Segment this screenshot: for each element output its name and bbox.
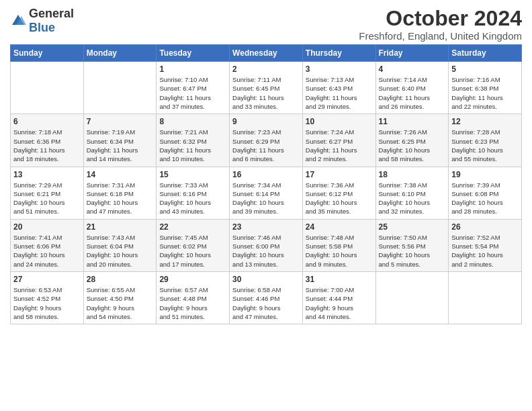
calendar-cell: 1Sunrise: 7:10 AM Sunset: 6:47 PM Daylig… [157, 62, 230, 114]
day-number: 15 [159, 170, 226, 179]
day-detail: Sunrise: 7:39 AM Sunset: 6:08 PM Dayligh… [451, 181, 519, 216]
calendar-cell: 20Sunrise: 7:41 AM Sunset: 6:06 PM Dayli… [11, 219, 84, 271]
calendar-cell: 23Sunrise: 7:46 AM Sunset: 6:00 PM Dayli… [230, 219, 303, 271]
logo-icon [10, 13, 26, 29]
calendar-week-row: 20Sunrise: 7:41 AM Sunset: 6:06 PM Dayli… [11, 219, 522, 271]
calendar-cell: 29Sunrise: 6:57 AM Sunset: 4:48 PM Dayli… [157, 271, 230, 324]
calendar-body: 1Sunrise: 7:10 AM Sunset: 6:47 PM Daylig… [11, 62, 522, 324]
day-detail: Sunrise: 6:58 AM Sunset: 4:46 PM Dayligh… [232, 285, 300, 321]
calendar-cell: 31Sunrise: 7:00 AM Sunset: 4:44 PM Dayli… [302, 271, 375, 324]
day-number: 16 [232, 170, 300, 179]
day-number: 11 [379, 117, 446, 126]
day-detail: Sunrise: 7:33 AM Sunset: 6:16 PM Dayligh… [159, 181, 226, 216]
calendar-cell: 14Sunrise: 7:31 AM Sunset: 6:18 PM Dayli… [83, 167, 157, 219]
day-number: 22 [159, 222, 226, 232]
day-detail: Sunrise: 7:38 AM Sunset: 6:10 PM Dayligh… [379, 181, 446, 216]
calendar-week-row: 27Sunrise: 6:53 AM Sunset: 4:52 PM Dayli… [11, 271, 522, 324]
header: General Blue October 2024 Freshford, Eng… [10, 7, 522, 42]
day-detail: Sunrise: 7:52 AM Sunset: 5:54 PM Dayligh… [451, 233, 519, 269]
day-number: 4 [379, 64, 446, 74]
day-detail: Sunrise: 7:29 AM Sunset: 6:21 PM Dayligh… [13, 181, 81, 216]
calendar-cell: 28Sunrise: 6:55 AM Sunset: 4:50 PM Dayli… [83, 271, 157, 324]
calendar-cell: 3Sunrise: 7:13 AM Sunset: 6:43 PM Daylig… [302, 62, 375, 114]
calendar-cell: 11Sunrise: 7:26 AM Sunset: 6:25 PM Dayli… [375, 114, 449, 167]
main-title: October 2024 [359, 7, 522, 30]
day-detail: Sunrise: 7:24 AM Sunset: 6:27 PM Dayligh… [306, 128, 373, 163]
title-block: October 2024 Freshford, England, United … [359, 7, 522, 42]
day-detail: Sunrise: 7:26 AM Sunset: 6:25 PM Dayligh… [379, 128, 446, 163]
calendar-week-row: 6Sunrise: 7:18 AM Sunset: 6:36 PM Daylig… [11, 114, 522, 167]
day-detail: Sunrise: 7:10 AM Sunset: 6:47 PM Dayligh… [159, 75, 226, 111]
calendar-cell: 27Sunrise: 6:53 AM Sunset: 4:52 PM Dayli… [11, 271, 84, 324]
day-number: 28 [87, 275, 154, 284]
day-detail: Sunrise: 7:19 AM Sunset: 6:34 PM Dayligh… [87, 128, 154, 163]
calendar-cell: 8Sunrise: 7:21 AM Sunset: 6:32 PM Daylig… [157, 114, 230, 167]
calendar-cell: 15Sunrise: 7:33 AM Sunset: 6:16 PM Dayli… [157, 167, 230, 219]
weekday-header: Tuesday [157, 45, 230, 62]
day-number: 14 [87, 170, 154, 179]
calendar-cell: 16Sunrise: 7:34 AM Sunset: 6:14 PM Dayli… [230, 167, 303, 219]
calendar-cell [11, 62, 84, 114]
calendar-cell [375, 271, 449, 324]
day-detail: Sunrise: 7:48 AM Sunset: 5:58 PM Dayligh… [306, 233, 373, 269]
day-number: 6 [13, 117, 81, 126]
day-number: 26 [451, 222, 519, 232]
day-detail: Sunrise: 7:50 AM Sunset: 5:56 PM Dayligh… [379, 233, 446, 269]
calendar-cell: 18Sunrise: 7:38 AM Sunset: 6:10 PM Dayli… [375, 167, 449, 219]
calendar-cell: 6Sunrise: 7:18 AM Sunset: 6:36 PM Daylig… [11, 114, 84, 167]
day-number: 27 [13, 275, 81, 284]
weekday-header: Saturday [449, 45, 522, 62]
day-number: 12 [451, 117, 519, 126]
calendar-cell: 4Sunrise: 7:14 AM Sunset: 6:40 PM Daylig… [375, 62, 449, 114]
day-detail: Sunrise: 7:31 AM Sunset: 6:18 PM Dayligh… [87, 181, 154, 216]
logo-general: General [29, 7, 74, 20]
day-detail: Sunrise: 7:36 AM Sunset: 6:12 PM Dayligh… [306, 181, 373, 216]
calendar-cell: 7Sunrise: 7:19 AM Sunset: 6:34 PM Daylig… [83, 114, 157, 167]
day-detail: Sunrise: 7:21 AM Sunset: 6:32 PM Dayligh… [159, 128, 226, 163]
calendar-cell: 17Sunrise: 7:36 AM Sunset: 6:12 PM Dayli… [302, 167, 375, 219]
calendar-cell [83, 62, 157, 114]
day-number: 9 [232, 117, 300, 126]
calendar-cell: 10Sunrise: 7:24 AM Sunset: 6:27 PM Dayli… [302, 114, 375, 167]
calendar-cell: 2Sunrise: 7:11 AM Sunset: 6:45 PM Daylig… [230, 62, 303, 114]
logo: General Blue [10, 7, 74, 35]
day-number: 5 [451, 64, 519, 74]
day-number: 19 [451, 170, 519, 179]
day-detail: Sunrise: 6:55 AM Sunset: 4:50 PM Dayligh… [87, 285, 154, 321]
day-number: 21 [87, 222, 154, 232]
day-number: 29 [159, 275, 226, 284]
calendar-cell: 26Sunrise: 7:52 AM Sunset: 5:54 PM Dayli… [449, 219, 522, 271]
calendar-cell: 5Sunrise: 7:16 AM Sunset: 6:38 PM Daylig… [449, 62, 522, 114]
day-detail: Sunrise: 7:16 AM Sunset: 6:38 PM Dayligh… [451, 75, 519, 111]
day-number: 7 [87, 117, 154, 126]
day-number: 25 [379, 222, 446, 232]
weekday-header: Monday [83, 45, 157, 62]
calendar-table: SundayMondayTuesdayWednesdayThursdayFrid… [10, 44, 522, 324]
day-number: 8 [159, 117, 226, 126]
day-detail: Sunrise: 7:23 AM Sunset: 6:29 PM Dayligh… [232, 128, 300, 163]
day-number: 31 [306, 275, 373, 284]
day-detail: Sunrise: 7:11 AM Sunset: 6:45 PM Dayligh… [232, 75, 300, 111]
calendar-week-row: 13Sunrise: 7:29 AM Sunset: 6:21 PM Dayli… [11, 167, 522, 219]
day-detail: Sunrise: 6:57 AM Sunset: 4:48 PM Dayligh… [159, 285, 226, 321]
subtitle: Freshford, England, United Kingdom [359, 30, 522, 42]
day-number: 20 [13, 222, 81, 232]
header-row: SundayMondayTuesdayWednesdayThursdayFrid… [11, 45, 522, 62]
calendar-cell: 21Sunrise: 7:43 AM Sunset: 6:04 PM Dayli… [83, 219, 157, 271]
day-number: 3 [306, 64, 373, 74]
day-number: 18 [379, 170, 446, 179]
weekday-header: Friday [375, 45, 449, 62]
logo-text: General Blue [29, 7, 74, 35]
calendar-cell: 19Sunrise: 7:39 AM Sunset: 6:08 PM Dayli… [449, 167, 522, 219]
weekday-header: Sunday [11, 45, 84, 62]
day-number: 17 [306, 170, 373, 179]
calendar-header: SundayMondayTuesdayWednesdayThursdayFrid… [11, 45, 522, 62]
day-number: 24 [306, 222, 373, 232]
day-number: 10 [306, 117, 373, 126]
calendar-cell: 25Sunrise: 7:50 AM Sunset: 5:56 PM Dayli… [375, 219, 449, 271]
day-detail: Sunrise: 7:41 AM Sunset: 6:06 PM Dayligh… [13, 233, 81, 269]
day-detail: Sunrise: 7:18 AM Sunset: 6:36 PM Dayligh… [13, 128, 81, 163]
day-detail: Sunrise: 7:34 AM Sunset: 6:14 PM Dayligh… [232, 181, 300, 216]
day-detail: Sunrise: 7:00 AM Sunset: 4:44 PM Dayligh… [306, 285, 373, 321]
calendar-week-row: 1Sunrise: 7:10 AM Sunset: 6:47 PM Daylig… [11, 62, 522, 114]
